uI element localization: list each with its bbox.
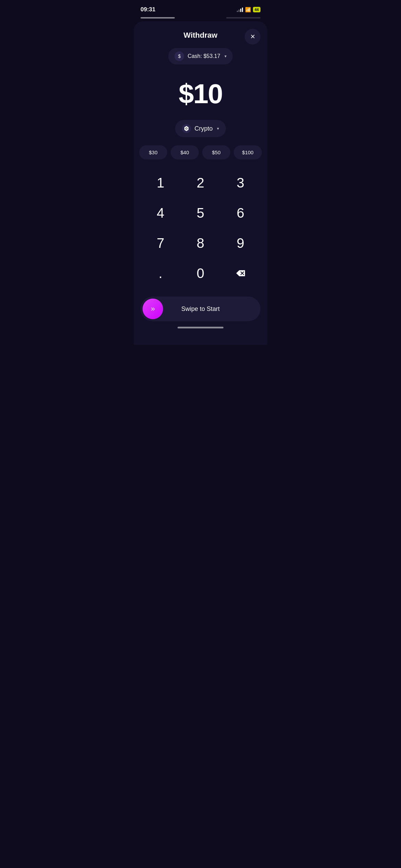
- swipe-container: » Swipe to Start: [134, 291, 267, 321]
- numpad-key-6[interactable]: 6: [220, 198, 260, 228]
- modal-container: Withdraw ✕ $ Cash: $53.17 ▾ $10 Crypto: [134, 21, 267, 345]
- status-bar: 09:31 📶 44: [134, 0, 267, 17]
- tab-indicator-left: [141, 17, 175, 19]
- quick-amount-50[interactable]: $50: [202, 145, 230, 159]
- crypto-icon: [182, 124, 191, 133]
- close-button[interactable]: ✕: [245, 29, 260, 45]
- home-bar: [178, 327, 223, 328]
- chevron-down-icon: ▾: [224, 54, 227, 59]
- account-icon: $: [174, 51, 184, 61]
- amount-value: $10: [179, 79, 222, 109]
- crypto-pill[interactable]: Crypto ▾: [175, 120, 226, 137]
- crypto-label: Crypto: [194, 125, 212, 132]
- quick-amount-30[interactable]: $30: [139, 145, 167, 159]
- amount-display: $10: [134, 70, 267, 114]
- numpad-key-5[interactable]: 5: [181, 198, 221, 228]
- status-time: 09:31: [141, 6, 155, 13]
- crypto-chevron-icon: ▾: [217, 126, 219, 131]
- numpad-key-1[interactable]: 1: [141, 168, 181, 198]
- modal-header: Withdraw ✕: [134, 21, 267, 45]
- modal-title: Withdraw: [184, 31, 218, 40]
- account-pill[interactable]: $ Cash: $53.17 ▾: [168, 48, 232, 64]
- numpad-key-backspace[interactable]: [220, 258, 260, 288]
- account-label: Cash: $53.17: [187, 53, 220, 59]
- numpad-key-3[interactable]: 3: [220, 168, 260, 198]
- battery-indicator: 44: [253, 7, 260, 12]
- numpad-key-8[interactable]: 8: [181, 228, 221, 258]
- numpad-key-dot[interactable]: .: [141, 258, 181, 288]
- swipe-button[interactable]: » Swipe to Start: [141, 297, 260, 321]
- status-icons: 📶 44: [237, 7, 260, 12]
- numpad: 1 2 3 4 5 6 7 8 9 . 0: [134, 168, 267, 288]
- screen-tabs: [134, 17, 267, 19]
- crypto-selector: Crypto ▾: [134, 120, 267, 137]
- quick-amounts: $30 $40 $50 $100: [134, 145, 267, 159]
- numpad-key-7[interactable]: 7: [141, 228, 181, 258]
- swipe-arrow-icon: »: [143, 299, 163, 319]
- swipe-label: Swipe to Start: [163, 305, 258, 313]
- signal-icon: [237, 7, 243, 12]
- quick-amount-40[interactable]: $40: [171, 145, 199, 159]
- wifi-icon: 📶: [245, 7, 251, 12]
- quick-amount-100[interactable]: $100: [234, 145, 262, 159]
- account-selector: $ Cash: $53.17 ▾: [134, 48, 267, 64]
- numpad-key-0[interactable]: 0: [181, 258, 221, 288]
- home-indicator: [134, 321, 267, 331]
- numpad-key-4[interactable]: 4: [141, 198, 181, 228]
- svg-point-2: [186, 128, 187, 129]
- tab-indicator-right: [226, 17, 260, 19]
- numpad-key-2[interactable]: 2: [181, 168, 221, 198]
- numpad-key-9[interactable]: 9: [220, 228, 260, 258]
